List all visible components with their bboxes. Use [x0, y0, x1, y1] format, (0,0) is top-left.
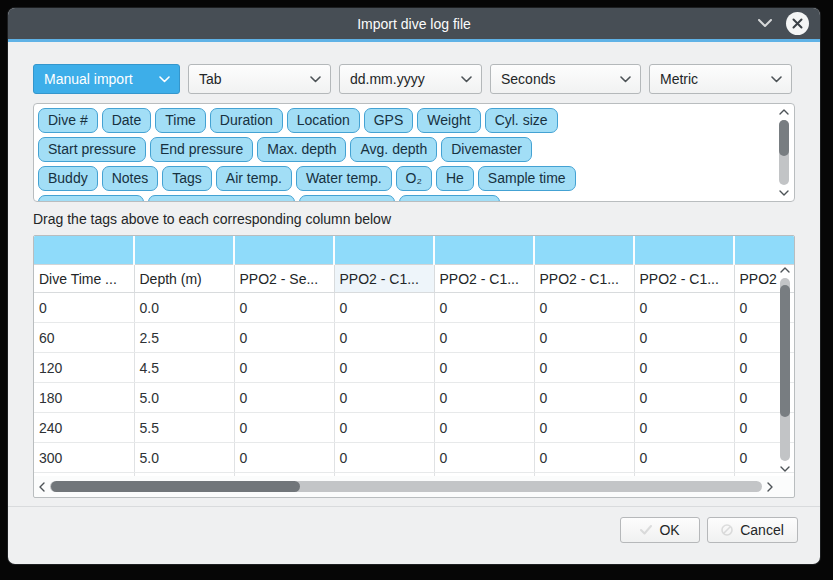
scroll-track[interactable]	[50, 481, 762, 492]
column-drop-cell[interactable]	[334, 236, 434, 265]
table-cell	[134, 473, 234, 477]
csv-preview-table: Dive Time ...Depth (m)PPO2 - Se...PPO2 -…	[33, 235, 795, 498]
table-cell: 0	[634, 443, 734, 473]
shade-button[interactable]	[757, 16, 773, 32]
field-separator-combo[interactable]: Tab	[188, 64, 331, 94]
table-cell: 5.5	[134, 413, 234, 443]
tag-pill[interactable]: Sample temperature	[148, 195, 295, 201]
scroll-down-icon[interactable]	[776, 187, 792, 199]
table-cell: 4.5	[134, 353, 234, 383]
tag-pill[interactable]: He	[436, 166, 474, 191]
table-cell: 0	[534, 383, 634, 413]
table-cell: 0	[634, 293, 734, 323]
tag-pill[interactable]: Tags	[162, 166, 212, 191]
tag-pill[interactable]: GPS	[364, 108, 414, 133]
tag-list: Dive #DateTimeDurationLocationGPSWeightC…	[34, 104, 756, 201]
tag-row: BuddyNotesTagsAir temp.Water temp.O₂HeSa…	[38, 166, 756, 191]
tag-pill[interactable]: Buddy	[38, 166, 98, 191]
table-cell: 0	[534, 443, 634, 473]
table-cell: 5.0	[134, 383, 234, 413]
tag-pill[interactable]: Sample pO₂	[299, 195, 394, 201]
table-cell	[434, 473, 534, 477]
scroll-track[interactable]	[779, 120, 789, 185]
tag-pill[interactable]: Water temp.	[296, 166, 392, 191]
table-cell	[534, 473, 634, 477]
column-header: Dive Time ...	[34, 265, 134, 293]
table-vertical-scrollbar[interactable]	[777, 264, 793, 475]
duration-format-combo[interactable]: Seconds	[490, 64, 641, 94]
tag-pill[interactable]: O₂	[396, 166, 432, 191]
scroll-right-icon[interactable]	[764, 478, 776, 495]
tag-pill[interactable]: Sample CNS	[399, 195, 500, 201]
table-cell: 0	[434, 353, 534, 383]
tag-pill[interactable]: End pressure	[150, 137, 253, 162]
tag-pill[interactable]: Sample depth	[38, 195, 144, 201]
table-cell: 0	[334, 323, 434, 353]
tag-pill[interactable]: Start pressure	[38, 137, 146, 162]
scroll-track[interactable]	[780, 278, 790, 461]
tag-pill[interactable]: Air temp.	[216, 166, 292, 191]
chevron-down-icon	[758, 19, 772, 28]
tag-pill[interactable]: Divemaster	[441, 137, 532, 162]
ok-button[interactable]: OK	[620, 517, 700, 543]
tag-pill[interactable]: Sample time	[478, 166, 576, 191]
cancel-button[interactable]: Cancel	[707, 517, 798, 543]
table-cell: 180	[34, 383, 134, 413]
tag-pill[interactable]: Notes	[102, 166, 159, 191]
scroll-thumb[interactable]	[780, 285, 790, 417]
table-cell: 0.0	[134, 293, 234, 323]
scroll-up-icon[interactable]	[776, 106, 792, 118]
column-drop-cell[interactable]	[134, 236, 234, 265]
tag-row: Start pressureEnd pressureMax. depthAvg.…	[38, 137, 756, 162]
table-cell: 5.0	[134, 443, 234, 473]
column-drop-cell[interactable]	[434, 236, 534, 265]
scroll-thumb[interactable]	[51, 481, 300, 492]
table-cell: 120	[34, 353, 134, 383]
table-cell	[34, 473, 134, 477]
source-combo[interactable]: Manual import	[33, 64, 180, 94]
table-cell	[334, 473, 434, 477]
tag-pill[interactable]: Max. depth	[257, 137, 346, 162]
table-header-row: Dive Time ...Depth (m)PPO2 - Se...PPO2 -…	[34, 265, 794, 293]
tag-pill[interactable]: Weight	[417, 108, 480, 133]
scroll-down-icon[interactable]	[777, 463, 793, 475]
table-cell: 0	[634, 323, 734, 353]
scroll-thumb[interactable]	[779, 120, 789, 156]
table-cell: 0	[34, 293, 134, 323]
date-format-combo[interactable]: dd.mm.yyyy	[339, 64, 482, 94]
tags-vertical-scrollbar[interactable]	[776, 106, 792, 199]
table-cell: 0	[434, 383, 534, 413]
table-cell: 2.5	[134, 323, 234, 353]
tag-pill[interactable]: Time	[155, 108, 206, 133]
preview-grid: Dive Time ...Depth (m)PPO2 - Se...PPO2 -…	[34, 236, 794, 476]
dialog-buttons: OK Cancel	[8, 507, 820, 543]
close-button[interactable]	[786, 12, 809, 35]
chevron-down-icon	[310, 76, 321, 83]
tag-pill[interactable]: Cyl. size	[485, 108, 558, 133]
table-cell: 0	[234, 443, 334, 473]
table-horizontal-scrollbar[interactable]	[36, 478, 776, 495]
tag-pill[interactable]: Duration	[210, 108, 283, 133]
tag-pill[interactable]: Dive #	[38, 108, 98, 133]
close-icon	[792, 18, 803, 29]
table-cell: 300	[34, 443, 134, 473]
scroll-up-icon[interactable]	[777, 264, 793, 276]
table-cell: 0	[234, 323, 334, 353]
units-combo[interactable]: Metric	[649, 64, 792, 94]
table-cell: 0	[434, 413, 534, 443]
tag-pill[interactable]: Avg. depth	[350, 137, 437, 162]
column-drop-cell[interactable]	[34, 236, 134, 265]
tag-pill[interactable]: Date	[102, 108, 152, 133]
tag-pill[interactable]: Location	[287, 108, 360, 133]
column-drop-cell[interactable]	[534, 236, 634, 265]
table-row: 3005.0000000	[34, 443, 794, 473]
column-drop-cell[interactable]	[734, 236, 794, 265]
chevron-down-icon	[159, 76, 170, 83]
source-combo-value: Manual import	[44, 71, 133, 87]
column-header: PPO2 - Se...	[234, 265, 334, 293]
scroll-left-icon[interactable]	[36, 478, 48, 495]
table-cell: 0	[434, 443, 534, 473]
column-drop-cell[interactable]	[634, 236, 734, 265]
column-drop-cell[interactable]	[234, 236, 334, 265]
table-cell: 0	[234, 353, 334, 383]
